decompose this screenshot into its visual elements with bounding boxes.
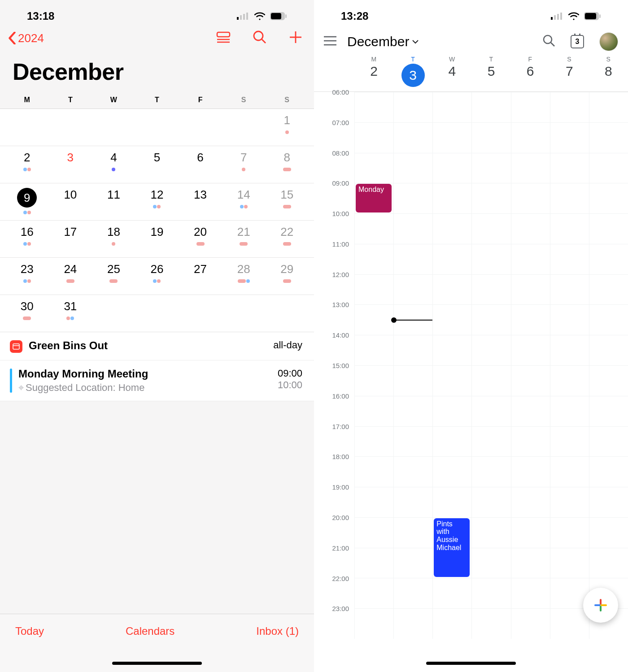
weekday-label: S (567, 56, 571, 63)
calendar-day[interactable]: 11 (92, 183, 135, 220)
home-indicator[interactable] (112, 662, 202, 665)
calendar-day[interactable]: 14 (222, 183, 266, 220)
calendar-day[interactable]: 26 (135, 258, 179, 295)
event-dots (23, 167, 31, 172)
svg-rect-2 (243, 14, 245, 20)
calendar-icon (10, 340, 22, 353)
weekday-header: MTWTFSS (0, 96, 314, 109)
tab-today[interactable]: Today (15, 625, 44, 637)
calendar-day[interactable]: 20 (179, 221, 222, 257)
day-column[interactable]: Pints with Aussie Michael (432, 92, 471, 639)
day-column-header[interactable]: W4 (432, 56, 471, 87)
event-dots (238, 279, 250, 283)
calendar-day[interactable]: 13 (179, 183, 222, 220)
day-column[interactable] (550, 92, 589, 639)
weekday-label: T (411, 56, 415, 63)
calendar-day[interactable]: 10 (49, 183, 92, 220)
svg-rect-18 (557, 14, 559, 20)
calendar-day[interactable]: 18 (92, 221, 135, 257)
back-button[interactable]: 2024 (8, 31, 44, 45)
calendar-day (265, 295, 309, 332)
week-timegrid[interactable]: 06:0007:0008:0009:0010:0011:0012:0013:00… (314, 92, 628, 639)
event-dot (242, 168, 245, 171)
month-selector[interactable]: December (347, 34, 419, 49)
event-dot (23, 316, 31, 320)
day-column[interactable] (589, 92, 628, 639)
calendar-day[interactable]: 15 (265, 183, 309, 220)
svg-rect-7 (217, 32, 230, 37)
day-column-header[interactable]: S7 (550, 56, 589, 87)
svg-point-10 (254, 31, 263, 40)
day-column-header[interactable]: T5 (471, 56, 510, 87)
home-indicator[interactable] (426, 662, 516, 665)
event-list: Green Bins Outall-dayMonday Morning Meet… (0, 332, 314, 401)
event-dots (66, 279, 74, 283)
calendar-day[interactable]: 16 (5, 221, 49, 257)
hour-label: 22:00 (314, 578, 354, 609)
event-dots (66, 316, 74, 321)
calendar-day[interactable]: 2 (5, 146, 49, 183)
day-column-header[interactable]: F6 (511, 56, 550, 87)
calendar-day[interactable]: 30 (5, 295, 49, 332)
day-number: 16 (21, 225, 34, 239)
event-dot (27, 242, 31, 246)
calendar-day[interactable]: 21 (222, 221, 266, 257)
svg-rect-1 (240, 15, 242, 20)
tab-calendars[interactable]: Calendars (126, 625, 174, 637)
calendar-day[interactable]: 27 (179, 258, 222, 295)
day-column-header[interactable]: S8 (589, 56, 628, 87)
day-number: 17 (64, 225, 77, 239)
search-icon[interactable] (543, 35, 555, 49)
day-number: 8 (605, 64, 612, 79)
calendar-day[interactable]: 31 (49, 295, 92, 332)
tab-inbox[interactable]: Inbox (1) (256, 625, 299, 637)
today-button[interactable]: 3 (571, 35, 584, 48)
event-dot (66, 316, 70, 320)
calendar-day[interactable]: 28 (222, 258, 266, 295)
calendar-day[interactable]: 3 (49, 146, 92, 183)
calendar-day[interactable]: 4 (92, 146, 135, 183)
calendar-day[interactable]: 6 (179, 146, 222, 183)
event-item[interactable]: Green Bins Outall-day (0, 332, 314, 360)
hour-label: 14:00 (314, 335, 354, 365)
day-number: 4 (449, 64, 456, 79)
day-column[interactable] (393, 92, 432, 639)
event-item[interactable]: Monday Morning Meeting⌖Suggested Locatio… (0, 360, 314, 401)
day-column-header[interactable]: M2 (354, 56, 393, 87)
month-grid: 1234567891011121314151617181920212223242… (0, 109, 314, 332)
day-column[interactable] (471, 92, 510, 639)
event-title: Monday Morning Meeting (18, 368, 148, 380)
day-number: 27 (194, 262, 207, 276)
day-number: 13 (194, 188, 207, 202)
profile-avatar[interactable] (599, 32, 618, 51)
search-icon[interactable] (253, 30, 266, 46)
calendar-row: 16171819202122 (0, 220, 314, 257)
menu-icon[interactable] (324, 36, 336, 48)
add-icon[interactable] (289, 30, 302, 46)
calendar-day[interactable]: 5 (135, 146, 179, 183)
back-year-label: 2024 (18, 31, 44, 45)
hour-label: 15:00 (314, 365, 354, 396)
list-view-icon[interactable] (216, 31, 231, 45)
calendar-day[interactable]: 25 (92, 258, 135, 295)
calendar-event[interactable]: Monday (356, 184, 392, 212)
hour-label: 16:00 (314, 396, 354, 426)
event-dots (112, 242, 115, 246)
hour-label: 21:00 (314, 548, 354, 578)
create-fab[interactable] (583, 588, 618, 623)
calendar-day[interactable]: 7 (222, 146, 266, 183)
calendar-day[interactable]: 22 (265, 221, 309, 257)
calendar-event[interactable]: Pints with Aussie Michael (434, 518, 470, 577)
calendar-day[interactable]: 12 (135, 183, 179, 220)
calendar-day[interactable]: 1 (265, 109, 309, 146)
calendar-day[interactable]: 24 (49, 258, 92, 295)
calendar-day[interactable]: 9 (5, 183, 49, 220)
calendar-day[interactable]: 8 (265, 146, 309, 183)
day-column-header[interactable]: T3 (393, 56, 432, 87)
calendar-day[interactable]: 19 (135, 221, 179, 257)
day-column[interactable] (511, 92, 550, 639)
calendar-day[interactable]: 29 (265, 258, 309, 295)
calendar-day[interactable]: 23 (5, 258, 49, 295)
day-column[interactable]: Monday (354, 92, 393, 639)
calendar-day[interactable]: 17 (49, 221, 92, 257)
